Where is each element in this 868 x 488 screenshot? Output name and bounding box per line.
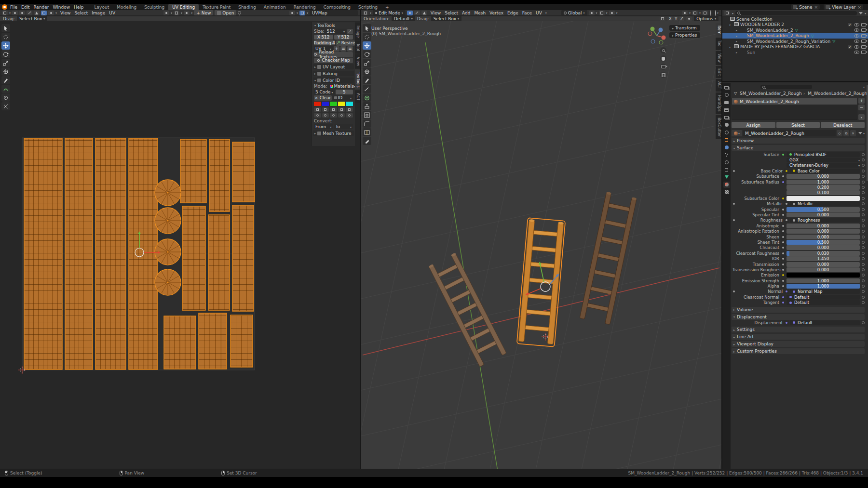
mirror-icon[interactable] (660, 16, 665, 21)
uv-island[interactable] (65, 138, 93, 369)
menu-item[interactable]: Add (460, 11, 472, 15)
workspace-tab[interactable]: Texture Paint (199, 4, 234, 10)
select-color-4-button[interactable] (338, 113, 345, 118)
tool-tab-icon[interactable] (723, 92, 730, 98)
uv-island[interactable] (182, 206, 205, 310)
property-value-widget[interactable]: 0.200 ▾ (787, 185, 860, 190)
fake-user-shield-icon[interactable]: ◇ (837, 130, 842, 136)
code-count-field[interactable]: 5 (336, 90, 353, 94)
eye-icon[interactable] (854, 23, 859, 26)
wireframe-shading-icon[interactable] (710, 11, 711, 15)
show-overlays-icon[interactable] (692, 11, 698, 15)
modifiers-tab-icon[interactable] (723, 144, 730, 150)
show-gizmo-icon[interactable] (682, 11, 688, 15)
keyframe-dot-icon[interactable] (862, 268, 865, 271)
color-swatch[interactable] (787, 196, 860, 201)
knife-tool[interactable] (363, 137, 371, 145)
keyframe-dot-icon[interactable] (862, 213, 865, 216)
scene-unlink-icon[interactable]: × (814, 5, 818, 10)
display-channels-icon[interactable] (289, 11, 295, 15)
material-property-row[interactable]: Emission Strength 1.000 ▾ (732, 278, 865, 283)
annotate-tool[interactable] (363, 76, 371, 84)
loop-cut-tool[interactable] (363, 128, 371, 136)
workspace-tab[interactable]: Scripting (354, 4, 381, 10)
socket-decorator-icon[interactable] (784, 320, 789, 325)
mirror-axis-toggle[interactable]: X (667, 16, 673, 21)
duplicate-material-icon[interactable]: ⧉ (843, 130, 849, 136)
socket-decorator-icon[interactable] (781, 152, 786, 157)
menu-item[interactable]: Edge (505, 11, 520, 15)
size-x-field[interactable]: X512 (314, 35, 333, 40)
property-value-widget[interactable]: Base Color ▾ (790, 169, 860, 173)
keyframe-dot-icon[interactable] (862, 191, 865, 194)
material-property-row[interactable]: Anisotropic Rotation 0.000 ▾ (732, 228, 865, 234)
material-property-row[interactable]: Sheen 0.000 ▾ (732, 234, 865, 239)
outliner-row[interactable]: Scene Collection ▽ ✓ (722, 16, 868, 22)
keyframe-dot-icon[interactable] (862, 197, 865, 200)
object-data-tab-icon[interactable] (723, 174, 730, 180)
sidebar-tab[interactable]: HardOps (716, 92, 721, 114)
toggle-xray-icon[interactable] (702, 11, 708, 15)
material-property-row[interactable]: IOR 1.450 ▾ (732, 256, 865, 261)
view-layer-selector[interactable]: View Layer× (824, 4, 863, 10)
eye-icon[interactable] (854, 51, 859, 54)
expander-icon[interactable]: ▸ (736, 34, 740, 38)
view-layer-tab-icon[interactable] (723, 114, 730, 120)
rotate-tool[interactable] (363, 50, 371, 58)
editor-type-3d-icon[interactable] (363, 11, 368, 15)
material-tab-icon[interactable] (723, 182, 730, 188)
mesh-texture-section[interactable]: ▸Mesh Texture (313, 131, 354, 136)
tweak-tool[interactable] (1, 24, 10, 32)
uv-select-island-icon[interactable] (41, 11, 47, 15)
id-dropdown[interactable]: ID▾ (333, 95, 353, 100)
color-id-swatch[interactable] (330, 102, 337, 106)
uv-island[interactable] (95, 138, 126, 369)
edge-mode-icon[interactable] (414, 11, 420, 15)
material-property-row[interactable]: Alpha 1.000 ▾ (732, 283, 865, 289)
keyframe-dot-icon[interactable] (862, 257, 865, 260)
clear-button[interactable]: ×Clear (314, 95, 332, 101)
uv-island[interactable] (24, 138, 62, 369)
vertex-mode-icon[interactable] (407, 11, 413, 15)
convert-from-dropdown[interactable]: From▾ (314, 124, 333, 129)
menu-item[interactable]: Help (72, 5, 86, 10)
snap-icon[interactable] (686, 16, 692, 21)
proportional-editing-icon[interactable] (184, 11, 190, 15)
select-button[interactable]: Select (776, 122, 820, 128)
view-layer-unlink-icon[interactable]: × (857, 5, 861, 10)
uv-island[interactable] (209, 139, 230, 211)
socket-decorator-icon[interactable] (781, 300, 786, 305)
keyframe-dot-icon[interactable] (862, 208, 865, 211)
material-property-row[interactable]: Subsurface Radius 1.000 ▾ (732, 179, 865, 185)
outliner-row[interactable]: ▾ WOODEN LADDER 2 ▽ ✓ (722, 22, 868, 28)
keyframe-dot-icon[interactable] (862, 224, 865, 227)
pin-icon[interactable] (238, 11, 241, 14)
padding-field[interactable]: Padding4 (314, 40, 335, 45)
outliner-row[interactable]: ▾ MADE BY JESUS FERNANDEZ GARCIA ▽ ✓ (722, 44, 868, 50)
sidebar-tab[interactable]: Item (716, 23, 721, 37)
property-value-widget[interactable]: Default (790, 320, 860, 325)
sidebar-tab[interactable]: View (716, 51, 721, 65)
property-value-widget[interactable]: Metallic ▾ (790, 201, 860, 206)
socket-decorator-icon[interactable] (781, 284, 786, 289)
socket-decorator-icon[interactable] (781, 256, 786, 261)
uv-island[interactable] (231, 315, 253, 367)
new-image-button[interactable]: +New (194, 10, 213, 15)
socket-decorator-icon[interactable] (781, 245, 786, 250)
outliner-row[interactable]: ▸ SM_WoodenLadder_2_Rough ▽ ✓ (722, 33, 868, 39)
property-value-widget[interactable]: 1.450 ▾ (787, 256, 860, 261)
baking-section[interactable]: ▸Baking (313, 71, 354, 76)
uv-select-vertex-icon[interactable] (19, 11, 25, 15)
keyframe-dot-icon[interactable] (862, 175, 865, 178)
viewport-canvas[interactable] (361, 21, 721, 475)
menu-item[interactable]: UV (534, 11, 544, 15)
eye-icon[interactable] (854, 45, 859, 49)
socket-decorator-icon[interactable] (781, 212, 786, 217)
checker-map-button[interactable]: Checker Map (314, 58, 353, 63)
socket-decorator-icon[interactable] (781, 240, 786, 245)
menu-item[interactable]: Mesh (472, 11, 488, 15)
material-property-row[interactable]: Base Color Base Color ▾ (732, 168, 865, 173)
keyframe-dot-icon[interactable] (862, 301, 865, 304)
displacement-section[interactable]: ▾Displacement (732, 314, 865, 320)
collection-checkbox[interactable]: ✓ (848, 23, 852, 27)
